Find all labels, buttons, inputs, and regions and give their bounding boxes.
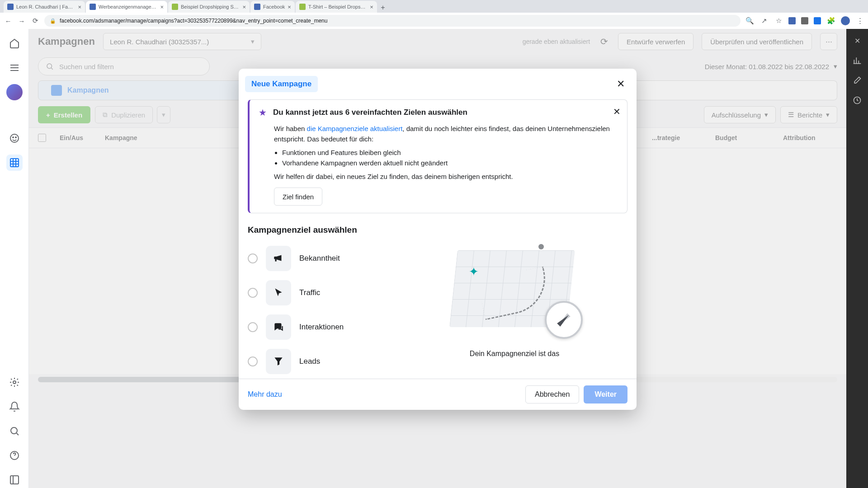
cancel-button[interactable]: Abbrechen [525,385,579,404]
tab-title: Leon R. Chaudhari | Facebook [16,4,75,9]
clock-icon[interactable] [852,95,863,106]
help-icon[interactable] [6,447,23,464]
goal-leads[interactable]: Leads [248,349,383,374]
goal-traffic[interactable]: Traffic [248,280,383,305]
tab-title: Werbeanzeigenmanager - We... [99,4,157,9]
extension-icon[interactable] [814,17,821,24]
extension-icon[interactable] [801,17,808,24]
edit-icon[interactable] [852,75,863,86]
addr-icons: 🔍 ↗ ☆ 🧩 ⋮ [745,16,864,25]
info-title: Du kannst jetzt aus 6 vereinfachten Ziel… [273,108,467,117]
main: Kampagnen Leon R. Chaudhari (30325357...… [29,29,846,488]
menu-icon[interactable]: ⋮ [855,16,864,25]
profile-avatar[interactable] [841,16,850,25]
svg-point-2 [15,137,16,138]
collapse-icon[interactable] [6,472,23,488]
goal-label: Interaktionen [299,323,344,332]
address-bar-row: ← → ⟳ 🔒facebook.com/adsmanager/manage/ca… [0,13,868,29]
right-rail: ✕ [846,29,868,488]
radio[interactable] [248,253,258,263]
tab-title: T-Shirt – Beispiel Dropshippin... [308,4,367,9]
radio[interactable] [248,288,258,298]
goal-label: Leads [299,357,320,366]
goal-label: Traffic [299,288,320,297]
browser-tab[interactable]: T-Shirt – Beispiel Dropshippin...× [296,1,377,13]
browser-chrome: Leon R. Chaudhari | Facebook× Werbeanzei… [0,0,868,29]
close-icon[interactable]: × [160,4,164,10]
extensions-icon[interactable]: 🧩 [826,16,835,25]
star-icon[interactable]: ☆ [774,16,783,25]
info-card: ✕ ★ Du kannst jetzt aus 6 vereinfachten … [248,99,627,213]
zoom-icon[interactable]: 🔍 [745,16,754,25]
bell-icon[interactable] [6,399,23,415]
chat-icon [266,314,291,340]
section-title: Kampagnenziel auswählen [248,225,627,235]
learn-more-link[interactable]: Mehr dazu [248,390,282,399]
close-icon[interactable]: ✕ [613,106,621,117]
list-item: Vorhandene Kampagnen werden aktuell nich… [282,158,618,168]
megaphone-icon [266,246,291,271]
illustration-panel: ✦ Dein Kampagnenziel ist das [401,246,627,374]
audience-icon[interactable] [6,130,23,146]
avatar[interactable] [6,84,23,100]
home-icon[interactable] [6,35,23,52]
browser-tab[interactable]: Leon R. Chaudhari | Facebook× [4,1,85,13]
gear-icon[interactable] [6,374,23,390]
map-compass-illustration: ✦ [449,246,580,336]
left-rail [0,29,29,488]
svg-point-1 [13,137,14,138]
browser-tab[interactable]: Facebook× [250,1,295,13]
extension-icon[interactable] [788,17,796,24]
chart-icon[interactable] [852,55,863,66]
goals-row: Bekanntheit Traffic Interaktionen [248,246,627,374]
close-icon[interactable]: × [242,4,246,10]
close-icon[interactable]: × [370,4,373,10]
goal-awareness[interactable]: Bekanntheit [248,246,383,271]
find-goal-button[interactable]: Ziel finden [274,188,322,206]
star-icon: ★ [259,107,267,118]
cursor-icon [266,280,291,305]
goals-list: Bekanntheit Traffic Interaktionen [248,246,383,374]
illustration-caption: Dein Kampagnenziel ist das [470,350,559,358]
goal-label: Bekanntheit [299,254,340,263]
goal-engagement[interactable]: Interaktionen [248,314,383,340]
new-tab-button[interactable]: + [378,3,388,13]
lock-icon: 🔒 [50,18,56,24]
forward-button[interactable]: → [17,16,26,25]
funnel-icon [266,349,291,374]
modal-header: Neue Kampagne ✕ [239,69,637,97]
info-list: Funktionen und Features bleiben gleich V… [282,147,618,169]
info-desc: Wir haben die Kampagnenziele aktualisier… [274,123,618,145]
url-text: facebook.com/adsmanager/manage/campaigns… [60,18,327,24]
browser-tab[interactable]: Werbeanzeigenmanager - We...× [86,1,167,13]
list-item: Funktionen und Features bleiben gleich [282,147,618,158]
svg-point-5 [11,427,17,434]
radio[interactable] [248,357,258,366]
radio[interactable] [248,322,258,332]
modal-body: ✕ ★ Du kannst jetzt aus 6 vereinfachten … [239,97,637,379]
app: Kampagnen Leon R. Chaudhari (30325357...… [0,29,868,488]
close-icon[interactable]: ✕ [614,77,627,91]
modal-footer: Mehr dazu Abbrechen Weiter [239,379,637,410]
share-icon[interactable]: ↗ [760,16,769,25]
compass-icon [545,301,583,339]
info-help: Wir helfen dir dabei, ein neues Ziel zu … [274,173,618,180]
goals-updated-link[interactable]: die Kampagnenziele aktualisiert [307,125,403,132]
svg-point-4 [13,381,16,384]
menu-icon[interactable] [6,60,23,76]
tab-strip: Leon R. Chaudhari | Facebook× Werbeanzei… [0,0,868,13]
table-icon[interactable] [6,155,23,171]
back-button[interactable]: ← [4,16,13,25]
close-icon[interactable]: × [78,4,81,10]
tab-title: Facebook [263,4,285,9]
close-icon[interactable]: × [288,4,291,10]
close-icon[interactable]: ✕ [852,35,863,46]
next-button[interactable]: Weiter [584,385,627,404]
reload-button[interactable]: ⟳ [31,16,40,25]
browser-tab[interactable]: Beispiel Dropshipping Store - ...× [168,1,250,13]
search-icon[interactable] [6,423,23,439]
tab-title: Beispiel Dropshipping Store - ... [181,4,240,9]
svg-point-0 [10,134,19,142]
url-input[interactable]: 🔒facebook.com/adsmanager/manage/campaign… [44,15,741,27]
modal-title: Neue Kampagne [245,76,318,92]
